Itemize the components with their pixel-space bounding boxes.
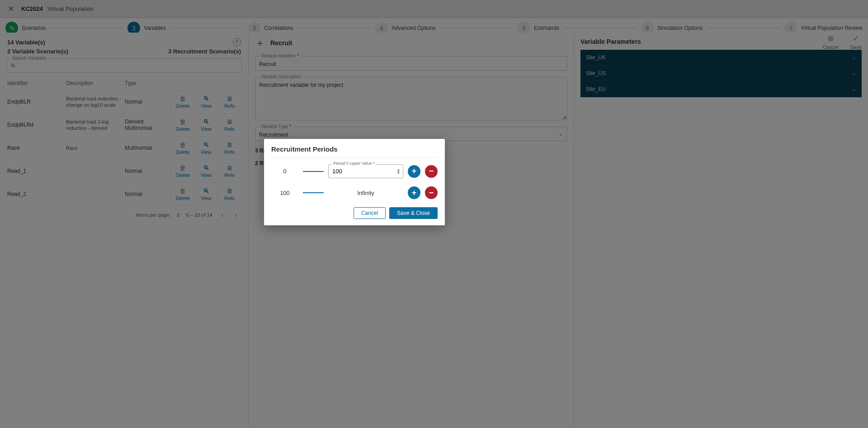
remove-period-button[interactable]: −: [425, 186, 438, 199]
add-period-button[interactable]: +: [408, 165, 420, 178]
modal-cancel-button[interactable]: Cancel: [354, 207, 386, 219]
period-row-0: 0 Period 0 Upper Value * ▲▼ + −: [271, 164, 438, 178]
input-label: Period 0 Upper Value: [333, 161, 372, 166]
period-upper-value[interactable]: [328, 164, 403, 178]
period-end-value: Infinity: [328, 190, 403, 196]
period-line: [303, 171, 324, 172]
modal-title: Recruitment Periods: [271, 145, 438, 158]
period-start-value: 100: [271, 190, 298, 196]
remove-period-button[interactable]: −: [425, 165, 438, 178]
period-upper-input[interactable]: Period 0 Upper Value * ▲▼: [328, 164, 403, 178]
period-row-1: 100 Infinity + −: [271, 186, 438, 199]
add-period-button[interactable]: +: [408, 186, 420, 199]
modal-save-button[interactable]: Save & Close: [389, 207, 438, 219]
spinner-icon[interactable]: ▲▼: [396, 168, 401, 175]
period-start-value: 0: [271, 168, 298, 175]
recruitment-periods-modal: Recruitment Periods 0 Period 0 Upper Val…: [264, 139, 445, 225]
period-line: [303, 192, 324, 193]
